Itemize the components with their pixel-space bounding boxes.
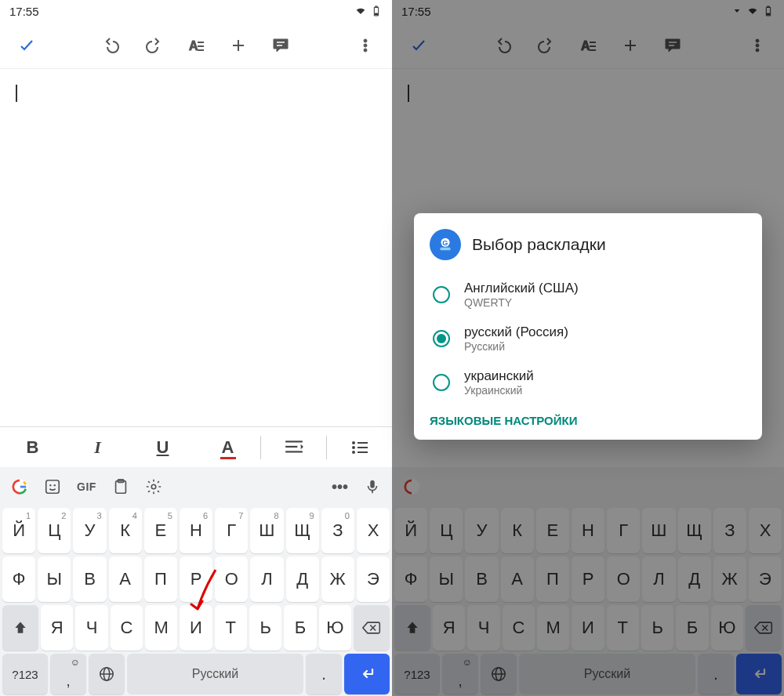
key[interactable]: Ю <box>711 605 743 651</box>
key[interactable]: Ч <box>467 605 499 651</box>
key[interactable]: С <box>111 605 143 651</box>
globe-key[interactable] <box>89 654 125 694</box>
symbols-key[interactable]: ?123 <box>394 654 440 694</box>
enter-key[interactable] <box>344 654 390 694</box>
layout-option[interactable]: украинский Украинский <box>430 361 746 404</box>
google-icon[interactable] <box>5 471 34 502</box>
format-button[interactable]: A <box>569 27 607 64</box>
symbols-key[interactable]: ?123 <box>2 654 48 694</box>
key[interactable]: К4 <box>109 508 142 553</box>
bold-button[interactable]: B <box>0 427 65 467</box>
more-button[interactable]: ••• <box>325 471 354 502</box>
key[interactable]: Т <box>215 605 247 651</box>
layout-option[interactable]: русский (Россия) Русский <box>430 317 746 361</box>
key[interactable]: Ш <box>642 508 675 553</box>
key[interactable]: Ж <box>321 556 354 602</box>
key[interactable]: У <box>465 508 498 553</box>
spacebar[interactable]: Русский <box>127 654 303 694</box>
key[interactable]: Х <box>357 508 390 553</box>
key[interactable]: Ц2 <box>38 508 71 553</box>
key[interactable]: С <box>503 605 535 651</box>
underline-button[interactable]: U <box>130 427 195 467</box>
shift-key[interactable] <box>394 605 430 651</box>
undo-button[interactable] <box>485 27 522 64</box>
key[interactable]: М <box>145 605 177 651</box>
language-settings-button[interactable]: ЯЗЫКОВЫЕ НАСТРОЙКИ <box>430 414 746 427</box>
add-button[interactable] <box>220 27 257 64</box>
key[interactable]: Э <box>357 556 390 602</box>
key[interactable]: Е <box>536 508 569 553</box>
key[interactable]: И <box>572 605 604 651</box>
backspace-key[interactable] <box>354 605 390 651</box>
google-icon[interactable] <box>397 471 426 502</box>
key[interactable]: Ц <box>430 508 463 553</box>
key[interactable]: П <box>536 556 569 602</box>
gif-button[interactable]: GIF <box>71 471 103 502</box>
key[interactable]: Ь <box>641 605 673 651</box>
key[interactable]: Р <box>572 556 604 602</box>
key[interactable]: Д <box>286 556 319 602</box>
mic-icon[interactable] <box>358 471 387 502</box>
key[interactable]: Л <box>642 556 675 602</box>
key[interactable]: О <box>607 556 640 602</box>
key[interactable]: Й1 <box>2 508 35 553</box>
align-button[interactable] <box>261 427 326 467</box>
key[interactable]: Я <box>433 605 465 651</box>
clipboard-icon[interactable] <box>106 471 136 502</box>
fontcolor-button[interactable]: A <box>195 427 260 467</box>
backspace-key[interactable] <box>746 605 782 651</box>
overflow-button[interactable] <box>739 27 776 64</box>
key[interactable]: З <box>713 508 746 553</box>
done-button[interactable] <box>8 27 45 64</box>
key[interactable]: Й <box>394 508 427 553</box>
document-editor[interactable] <box>0 69 392 426</box>
enter-key[interactable] <box>736 654 782 694</box>
italic-button[interactable]: I <box>65 427 130 467</box>
key[interactable]: О <box>215 556 248 602</box>
key[interactable]: Ф <box>2 556 35 602</box>
key[interactable]: Ж <box>713 556 746 602</box>
undo-button[interactable] <box>93 27 130 64</box>
key[interactable]: Е5 <box>144 508 177 553</box>
list-button[interactable] <box>327 427 392 467</box>
key[interactable]: З0 <box>321 508 354 553</box>
period-key[interactable]: . <box>306 654 342 694</box>
format-button[interactable]: A <box>177 27 215 64</box>
key[interactable]: Р <box>180 556 212 602</box>
redo-button[interactable] <box>135 27 172 64</box>
key[interactable]: Б <box>284 605 316 651</box>
key[interactable]: Б <box>676 605 708 651</box>
key[interactable]: Ч <box>75 605 107 651</box>
key[interactable]: Г7 <box>215 508 248 553</box>
key[interactable]: Т <box>607 605 639 651</box>
key[interactable]: Щ <box>678 508 711 553</box>
key[interactable]: У3 <box>73 508 106 553</box>
key[interactable]: А <box>109 556 142 602</box>
settings-icon[interactable] <box>139 471 169 502</box>
redo-button[interactable] <box>527 27 564 64</box>
key[interactable]: В <box>73 556 106 602</box>
key[interactable]: Д <box>678 556 711 602</box>
sticker-icon[interactable] <box>38 471 67 502</box>
globe-key[interactable] <box>481 654 517 694</box>
key[interactable]: А <box>501 556 534 602</box>
key[interactable]: Э <box>749 556 782 602</box>
shift-key[interactable] <box>2 605 38 651</box>
key[interactable]: Л <box>250 556 283 602</box>
key[interactable]: В <box>465 556 498 602</box>
comment-button[interactable] <box>262 27 299 64</box>
key[interactable]: П <box>144 556 177 602</box>
emoji-key[interactable]: ☺, <box>442 654 478 694</box>
key[interactable]: Ь <box>249 605 281 651</box>
key[interactable]: Щ9 <box>286 508 319 553</box>
key[interactable]: Х <box>749 508 782 553</box>
key[interactable]: И <box>180 605 212 651</box>
key[interactable]: Ш8 <box>250 508 283 553</box>
key[interactable]: Ы <box>38 556 71 602</box>
overflow-button[interactable] <box>347 27 384 64</box>
key[interactable]: М <box>537 605 569 651</box>
add-button[interactable] <box>612 27 649 64</box>
spacebar[interactable]: Русский <box>519 654 695 694</box>
key[interactable]: Ю <box>319 605 351 651</box>
period-key[interactable]: . <box>698 654 734 694</box>
